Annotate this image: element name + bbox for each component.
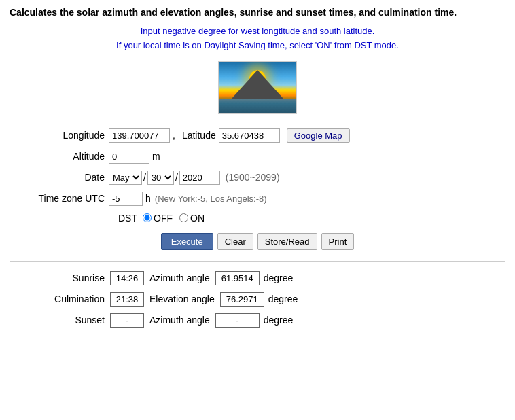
sunset-azimuth-value: - <box>215 313 260 328</box>
timezone-label: Time zone UTC <box>23 193 105 204</box>
altitude-label: Altitude <box>23 151 105 162</box>
timezone-row: Time zone UTC h (New York:-5, Los Angels… <box>23 192 505 206</box>
dst-label: DST <box>118 213 137 224</box>
dst-off-radio[interactable] <box>143 213 152 222</box>
sunset-label: Sunset <box>23 315 105 326</box>
store-read-button[interactable]: Store/Read <box>258 233 317 250</box>
execute-button[interactable]: Execute <box>161 233 213 250</box>
sunrise-row: Sunrise 14:26 Azimuth angle 61.9514 degr… <box>23 271 505 285</box>
comma-sep: , <box>173 130 175 141</box>
button-row: Execute Clear Store/Read Print <box>10 233 505 250</box>
timezone-input[interactable] <box>109 192 143 206</box>
subtitle-line1: Input negative degree for west longtitud… <box>10 24 505 39</box>
print-button[interactable]: Print <box>321 233 355 250</box>
elevation-value: 76.2971 <box>220 292 264 307</box>
day-select[interactable]: 1234567891011121314151617181920212223242… <box>147 171 174 185</box>
timezone-hint: (New York:-5, Los Angels:-8) <box>155 194 267 204</box>
subtitle: Input negative degree for west longtitud… <box>10 24 505 53</box>
dst-off-option[interactable]: OFF <box>143 213 173 224</box>
elevation-unit: degree <box>268 294 298 304</box>
sunrise-label: Sunrise <box>23 273 105 283</box>
page-title: Calculates the solar azimuth and elevati… <box>10 7 505 18</box>
elevation-label: Elevation angle <box>149 294 215 304</box>
month-select[interactable]: JanFebMarAprMayJunJulAugSepOctNovDec <box>109 171 142 185</box>
results-section: Sunrise 14:26 Azimuth angle 61.9514 degr… <box>23 271 505 328</box>
sunset-azimuth-label: Azimuth angle <box>149 315 210 326</box>
sunset-value: - <box>110 313 144 328</box>
date-row: Date JanFebMarAprMayJunJulAugSepOctNovDe… <box>23 171 505 185</box>
dst-on-radio[interactable] <box>179 213 188 222</box>
sunset-azimuth-unit: degree <box>264 315 294 326</box>
mountain-shape <box>232 70 283 99</box>
longitude-input[interactable] <box>109 128 170 143</box>
altitude-row: Altitude m <box>23 150 505 164</box>
latitude-label: Latitude <box>182 130 216 141</box>
date-range: (1900~2099) <box>226 172 280 183</box>
lon-lat-row: Longitude , Latitude Google Map <box>23 128 505 143</box>
dst-on-label: ON <box>190 213 205 224</box>
altitude-unit: m <box>152 151 160 162</box>
longitude-label: Longitude <box>23 130 105 141</box>
culmination-label: Culmination <box>23 294 105 304</box>
culmination-value: 21:38 <box>110 292 144 307</box>
timezone-unit: h <box>145 193 151 204</box>
dst-row: DST OFF ON <box>118 213 505 224</box>
year-input[interactable] <box>179 171 220 185</box>
sun-image-container <box>10 61 505 116</box>
sunrise-value: 14:26 <box>110 271 144 285</box>
date-label: Date <box>23 172 105 183</box>
latitude-input[interactable] <box>219 128 280 143</box>
sunrise-azimuth-unit: degree <box>264 273 294 283</box>
dst-on-option[interactable]: ON <box>179 213 205 224</box>
dst-off-label: OFF <box>154 213 173 224</box>
google-map-button[interactable]: Google Map <box>287 128 350 143</box>
divider <box>10 261 505 262</box>
culmination-row: Culmination 21:38 Elevation angle 76.297… <box>23 292 505 307</box>
water-reflection <box>219 99 296 113</box>
altitude-input[interactable] <box>109 150 149 164</box>
clear-button[interactable]: Clear <box>217 233 253 250</box>
form-section: Longitude , Latitude Google Map Altitude… <box>23 128 505 224</box>
sunrise-azimuth-value: 61.9514 <box>215 271 260 285</box>
subtitle-line2: If your local time is on Daylight Saving… <box>10 39 505 53</box>
sun-image <box>218 61 297 114</box>
sunrise-azimuth-label: Azimuth angle <box>149 273 210 283</box>
sunset-row: Sunset - Azimuth angle - degree <box>23 313 505 328</box>
